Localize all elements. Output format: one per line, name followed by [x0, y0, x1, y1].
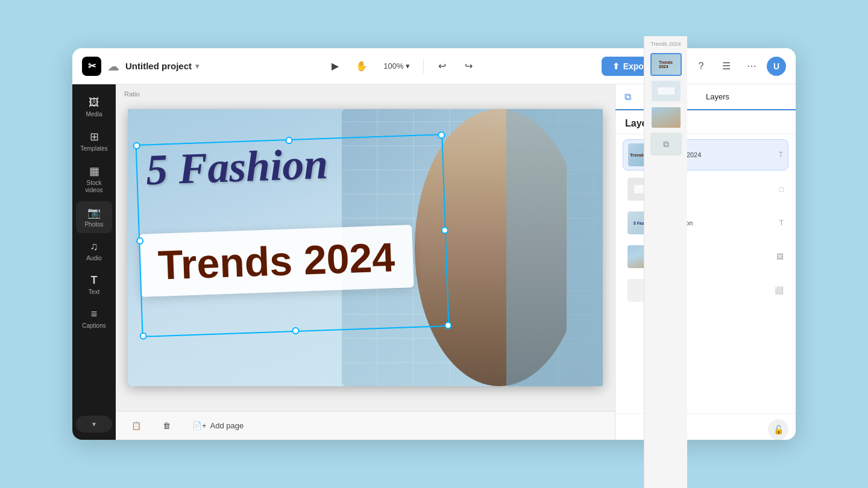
- chevron-down-icon: ▾: [195, 62, 199, 70]
- layers-panel-header: Layers: [615, 111, 796, 134]
- layer-type-icon-shape: □: [779, 185, 784, 193]
- chevron-down-icon: ▾: [406, 61, 410, 70]
- copy-icon: 📋: [131, 421, 141, 430]
- sidebar-item-templates[interactable]: ⊞ Templates: [76, 125, 112, 157]
- sidebar-item-captions[interactable]: ≡ Captions: [76, 303, 112, 334]
- slides-panel: Trends 2024 Trends2024 ⧉: [644, 84, 687, 440]
- toolbar-divider: [423, 59, 424, 74]
- copy-page-button[interactable]: 📋: [125, 418, 147, 434]
- top-bar: ✂ ☁ Untitled project ▾ ▶ ✋ 100% ▾ ↩ ↪ ⬆ …: [72, 48, 796, 84]
- top-bar-right: ⬆ Export ⧉ ? ☰ ⋯ U: [602, 56, 786, 77]
- captions-icon: ≡: [91, 308, 98, 321]
- cloud-save-icon[interactable]: ☁: [107, 59, 119, 74]
- main-area: 🖼 Media ⊞ Templates ▦ Stock videos 📷 Pho…: [72, 84, 796, 440]
- slide-thumb-4[interactable]: ⧉: [650, 133, 682, 155]
- text-icon: T: [91, 274, 98, 287]
- delete-icon: 🗑: [163, 421, 171, 430]
- tab-layers-icon[interactable]: ⧉: [615, 84, 640, 110]
- canvas-wrapper: 5 Fashion Trends 2024: [116, 84, 615, 411]
- sidebar-item-media[interactable]: 🖼 Media: [76, 92, 112, 123]
- sidebar-item-audio[interactable]: ♫ Audio: [76, 236, 112, 267]
- media-icon: 🖼: [89, 96, 99, 109]
- right-panel: ⧉ Layers Layers Trends 2024 Trends 2024 …: [615, 84, 796, 440]
- canvas-bottom-bar: 📋 🗑 📄+ Add page: [116, 411, 615, 440]
- background-fill: [506, 109, 603, 386]
- undo-button[interactable]: ↩: [431, 55, 453, 77]
- left-sidebar: 🖼 Media ⊞ Templates ▦ Stock videos 📷 Pho…: [72, 84, 116, 440]
- templates-icon: ⊞: [90, 130, 99, 143]
- canvas-area: Ratio 5 Fashion Trends 2024: [116, 84, 615, 440]
- slide-thumb-photo-3: [652, 107, 681, 128]
- photos-icon: 📷: [87, 206, 101, 219]
- project-title[interactable]: Untitled project ▾: [125, 61, 199, 71]
- app-logo: ✂: [82, 57, 101, 76]
- sidebar-more: ▾: [76, 416, 112, 433]
- sidebar-item-photos[interactable]: 📷 Photos: [76, 201, 112, 233]
- top-bar-left: ✂ ☁ Untitled project ▾: [82, 57, 203, 76]
- list-icon-button[interactable]: ☰: [716, 56, 737, 77]
- slide-thumb-3[interactable]: [650, 106, 682, 129]
- unlock-button[interactable]: 🔓: [768, 419, 788, 440]
- add-page-icon: 📄+: [192, 421, 207, 430]
- sidebar-item-text[interactable]: T Text: [76, 269, 112, 301]
- slide-thumb-inner-2: [652, 84, 681, 101]
- select-tool-button[interactable]: ▶: [324, 55, 346, 77]
- canvas[interactable]: 5 Fashion Trends 2024: [128, 109, 603, 386]
- delete-page-button[interactable]: 🗑: [157, 418, 177, 434]
- sidebar-collapse-button[interactable]: ▾: [76, 416, 112, 433]
- avatar[interactable]: U: [767, 57, 786, 76]
- zoom-selector[interactable]: 100% ▾: [377, 58, 416, 74]
- layer-type-icon: T: [779, 151, 783, 159]
- export-icon: ⬆: [612, 61, 620, 71]
- canvas-headline-1: 5 Fashion: [145, 142, 329, 192]
- redo-button[interactable]: ↪: [458, 55, 479, 77]
- canvas-headline-2: Trends 2024: [139, 225, 414, 297]
- hand-tool-button[interactable]: ✋: [351, 55, 373, 77]
- help-button[interactable]: ?: [691, 56, 711, 77]
- stock-videos-icon: ▦: [89, 164, 99, 178]
- layers-list: Trends 2024 Trends 2024 T □: [615, 134, 796, 413]
- audio-icon: ♫: [90, 240, 98, 253]
- layer-type-icon-bg: ⬜: [775, 286, 784, 295]
- more-options-button[interactable]: ⋯: [741, 56, 762, 77]
- layer-type-icon-text: T: [779, 219, 784, 227]
- panel-tabs: ⧉ Layers: [615, 84, 796, 111]
- sidebar-item-stock-videos[interactable]: ▦ Stock videos: [76, 160, 112, 199]
- ratio-label: Ratio: [121, 89, 143, 99]
- slide-thumb-bar: [658, 87, 675, 95]
- slide-thumb-2[interactable]: [650, 84, 682, 102]
- slide-icon: ⧉: [663, 139, 669, 149]
- add-page-button[interactable]: 📄+ Add page: [186, 418, 250, 434]
- toolbar-center: ▶ ✋ 100% ▾ ↩ ↪: [210, 55, 594, 77]
- layer-type-icon-photo: 🖼: [776, 252, 784, 261]
- panel-bottom: 🔓: [615, 413, 796, 440]
